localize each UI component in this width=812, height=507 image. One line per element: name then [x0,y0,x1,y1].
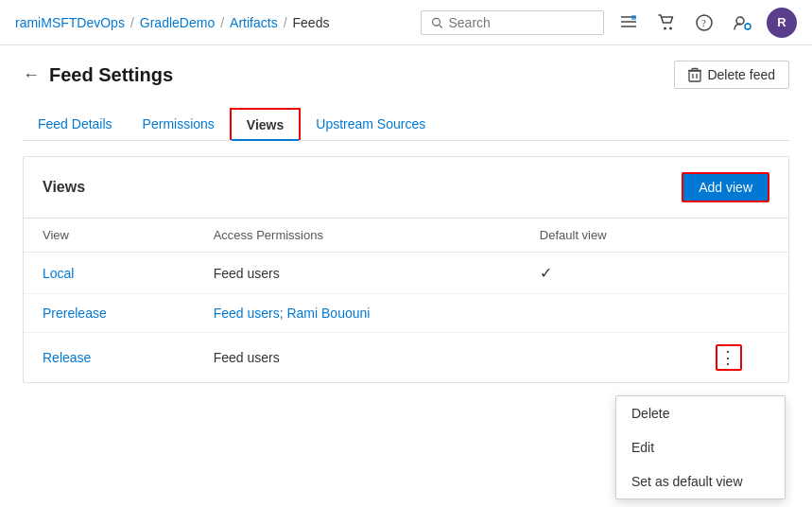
avatar[interactable]: R [767,8,797,38]
breadcrumb-sep-0: / [130,15,134,30]
page-header-left: ← Feed Settings [23,64,173,86]
view-name-local[interactable]: Local [43,266,74,281]
breadcrumb: ramiMSFTDevOps / GradleDemo / Artifacts … [15,15,329,30]
tab-upstream-sources[interactable]: Upstream Sources [301,108,441,140]
svg-rect-5 [631,15,636,20]
views-table: View Access Permissions Default view Loc… [24,219,788,382]
access-perm-prerelease[interactable]: Feed users; Rami Bououni [214,306,371,321]
context-menu-set-default[interactable]: Set as default view [616,464,785,498]
context-menu-edit[interactable]: Edit [616,430,785,464]
svg-point-6 [664,26,666,29]
svg-point-11 [745,24,751,29]
trash-icon [688,67,701,82]
context-menu-delete[interactable]: Delete [616,396,785,430]
access-perm-release: Feed users [214,350,280,365]
views-panel-title: Views [43,179,85,196]
breadcrumb-item-3: Feeds [293,15,330,30]
view-name-prerelease[interactable]: Prerelease [43,306,107,321]
views-panel: Views Add view View Access Permissions D… [23,156,789,383]
page-content: ← Feed Settings Delete feed Feed Details… [0,45,812,398]
list-icon[interactable] [615,9,642,36]
col-actions [697,219,788,253]
col-view: View [24,219,195,253]
user-settings-icon[interactable] [729,9,755,36]
search-input[interactable] [449,15,595,30]
tab-permissions[interactable]: Permissions [128,108,230,140]
breadcrumb-sep-2: / [284,15,287,30]
breadcrumb-sep-1: / [220,15,224,30]
tab-views[interactable]: Views [230,108,301,140]
back-button[interactable]: ← [23,65,40,85]
search-box[interactable] [421,10,604,35]
search-icon [431,16,443,29]
breadcrumb-item-1[interactable]: GradleDemo [140,15,215,30]
add-view-button[interactable]: Add view [682,172,769,202]
tabs: Feed Details Permissions Views Upstream … [23,108,789,141]
svg-point-7 [669,26,672,29]
col-access-permissions: Access Permissions [195,219,521,253]
breadcrumb-item-0[interactable]: ramiMSFTDevOps [15,15,125,30]
svg-point-0 [433,18,441,26]
view-name-release[interactable]: Release [43,350,91,365]
svg-text:?: ? [701,17,706,28]
context-menu: Delete Edit Set as default view [615,395,786,499]
default-check-local: ✓ [540,265,552,281]
table-row: Release Feed users ⋮ [24,333,788,383]
delete-feed-button[interactable]: Delete feed [674,61,789,89]
top-nav: ramiMSFTDevOps / GradleDemo / Artifacts … [0,0,812,45]
more-options-button[interactable]: ⋮ [716,344,742,371]
table-row: Prerelease Feed users; Rami Bououni [24,294,788,333]
col-default-view: Default view [521,219,697,253]
help-icon[interactable]: ? [691,9,717,36]
svg-rect-14 [689,71,700,81]
views-panel-header: Views Add view [24,157,788,219]
shopping-icon[interactable] [653,9,680,36]
breadcrumb-item-2[interactable]: Artifacts [230,15,278,30]
table-row: Local Feed users ✓ [24,253,788,294]
delete-feed-label: Delete feed [707,67,775,82]
access-perm-local: Feed users [214,266,280,281]
tab-feed-details[interactable]: Feed Details [23,108,128,140]
page-header: ← Feed Settings Delete feed [23,61,789,89]
page-title: Feed Settings [49,64,173,86]
svg-line-1 [440,25,442,27]
nav-right: ? R [421,8,797,38]
